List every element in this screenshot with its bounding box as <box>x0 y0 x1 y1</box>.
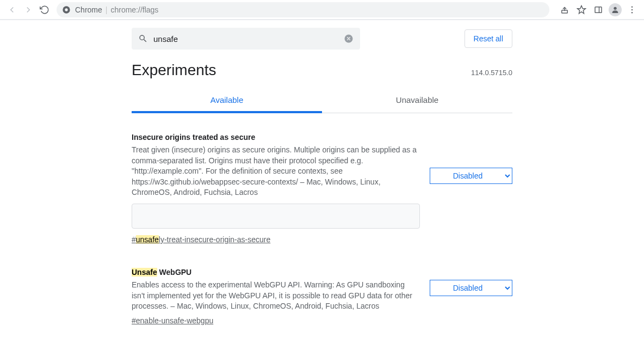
flag-state-select[interactable]: Disabled <box>430 168 512 184</box>
tabs: Available Unavailable <box>132 88 512 113</box>
flag-title: Insecure origins treated as secure <box>132 133 420 142</box>
flag-item: Unsafe WebGPU Enables access to the expe… <box>132 268 512 325</box>
share-icon[interactable] <box>557 2 572 17</box>
chrome-icon <box>62 5 71 14</box>
svg-point-6 <box>631 6 633 7</box>
kebab-menu-icon[interactable] <box>624 2 640 17</box>
flag-state-select[interactable]: Disabled <box>430 280 512 296</box>
flags-search[interactable] <box>132 28 360 50</box>
svg-point-1 <box>65 8 67 11</box>
svg-rect-3 <box>595 7 602 13</box>
side-panel-icon[interactable] <box>591 2 606 17</box>
clear-search-icon[interactable] <box>344 34 354 44</box>
flag-permalink[interactable]: #enable-unsafe-webgpu <box>132 316 213 325</box>
flag-item: Insecure origins treated as secure Treat… <box>132 133 512 244</box>
bookmark-icon[interactable] <box>574 2 589 17</box>
version-label: 114.0.5715.0 <box>471 69 512 77</box>
tab-unavailable[interactable]: Unavailable <box>322 88 512 113</box>
flag-description: Enables access to the experimental WebGP… <box>132 280 420 312</box>
tab-available[interactable]: Available <box>132 88 322 113</box>
search-icon <box>138 34 148 44</box>
back-button[interactable] <box>4 2 20 17</box>
reload-button[interactable] <box>37 2 52 17</box>
svg-point-7 <box>631 9 633 10</box>
flag-origins-textarea[interactable] <box>132 204 420 229</box>
svg-point-5 <box>614 7 616 9</box>
omnibox-url: chrome://flags <box>110 5 158 14</box>
page-title: Experiments <box>132 62 216 79</box>
profile-avatar[interactable] <box>608 2 623 17</box>
flag-title: Unsafe WebGPU <box>132 268 420 277</box>
browser-toolbar: Chrome | chrome://flags <box>0 0 644 20</box>
forward-button[interactable] <box>21 2 36 17</box>
flags-search-input[interactable] <box>153 34 344 44</box>
omnibox[interactable]: Chrome | chrome://flags <box>57 2 549 17</box>
flag-permalink[interactable]: #unsafely-treat-insecure-origin-as-secur… <box>132 235 270 244</box>
omnibox-separator: | <box>106 5 108 14</box>
omnibox-prefix: Chrome <box>75 5 102 14</box>
reset-all-button[interactable]: Reset all <box>465 29 512 48</box>
svg-point-8 <box>631 12 633 13</box>
flag-description: Treat given (insecure) origins as secure… <box>132 145 420 198</box>
